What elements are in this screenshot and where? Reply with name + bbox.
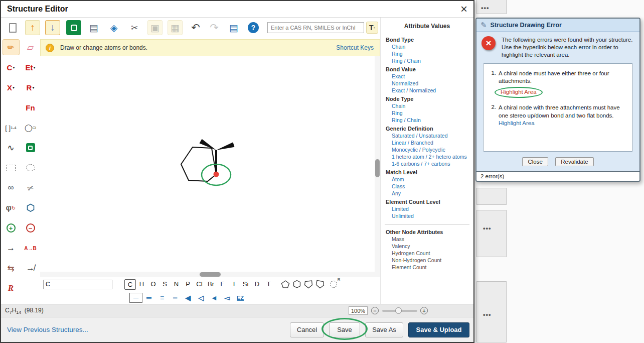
attr-other-item[interactable]: Non-Hydrogen Count xyxy=(381,257,473,264)
attr-link[interactable]: Ring / Chain xyxy=(381,57,473,64)
attr-link[interactable]: Unlimited xyxy=(381,212,473,219)
atom-map-tool[interactable]: A→B xyxy=(22,240,39,256)
element-button-cl[interactable]: Cl xyxy=(194,279,205,290)
ring-edit-tool[interactable] xyxy=(22,200,39,216)
symmetry-button[interactable]: ◈ xyxy=(106,20,121,35)
ez-stereo-button[interactable]: EZ xyxy=(237,295,244,301)
attr-other-item[interactable]: Valency xyxy=(381,243,473,250)
no-reaction-tool[interactable]: ↛ xyxy=(22,260,39,276)
attr-link[interactable]: Linear / Branched xyxy=(381,139,473,146)
template-tool[interactable] xyxy=(22,140,39,156)
overflow-menu-icon[interactable]: ••• xyxy=(483,224,492,232)
atom-rgroup-tool[interactable]: R▾ xyxy=(22,79,39,95)
view-previous-structures-link[interactable]: View Previous Structures... xyxy=(7,317,88,342)
bond-cut-tool[interactable]: ✂ xyxy=(20,177,41,198)
attr-link[interactable]: Exact / Normalized xyxy=(381,87,473,94)
print-button[interactable]: ▤ xyxy=(86,20,101,35)
attr-link[interactable]: Chain xyxy=(381,102,473,109)
new-structure-button[interactable] xyxy=(5,20,20,35)
attr-link[interactable]: Saturated / Unsaturated xyxy=(381,132,473,139)
element-button-n[interactable]: N xyxy=(171,279,182,290)
copy-button[interactable]: ▣ xyxy=(147,20,163,35)
element-button-p[interactable]: P xyxy=(182,279,194,290)
attr-link[interactable]: Monocyclic / Polycyclic xyxy=(381,146,473,153)
ring-atom-tool[interactable]: ◯Cl xyxy=(22,120,39,136)
bond-dashed-button[interactable]: ┈ xyxy=(169,293,182,303)
attr-link[interactable]: Ring / Chain xyxy=(381,117,473,124)
template-library-button[interactable] xyxy=(66,20,81,35)
chiral-node-dot[interactable] xyxy=(214,172,219,177)
element-button-i[interactable]: I xyxy=(228,279,240,290)
element-button-f[interactable]: F xyxy=(217,279,228,290)
text-to-structure-button[interactable]: T◦ xyxy=(366,22,378,34)
zoom-out-button[interactable]: − xyxy=(371,307,379,314)
close-button[interactable]: Close xyxy=(522,157,548,166)
attr-other-item[interactable]: Element Count xyxy=(381,264,473,271)
overflow-menu-icon[interactable]: ••• xyxy=(483,311,492,318)
bond-wedge-hash-button[interactable]: ◁ xyxy=(195,293,208,303)
element-button-t[interactable]: T xyxy=(263,279,274,290)
revalidate-button[interactable]: Revalidate xyxy=(555,157,593,166)
journal-button[interactable]: ▤ xyxy=(226,20,241,35)
repeat-bracket-tool[interactable]: [ ]1-4 xyxy=(3,120,20,136)
registry-structure-tool[interactable]: R xyxy=(3,280,20,296)
vertical-scroll-thumb[interactable] xyxy=(375,159,380,177)
bond-wedge-up-alt-button[interactable]: ◄ xyxy=(208,293,221,303)
attr-link[interactable]: Atom xyxy=(381,176,473,183)
overflow-menu-icon[interactable]: ••• xyxy=(481,4,490,12)
attr-link[interactable]: Ring xyxy=(381,50,473,57)
help-button[interactable]: ? xyxy=(246,20,261,35)
join-fragments-tool[interactable]: ∞ xyxy=(3,180,20,196)
draw-tool[interactable]: ✏ xyxy=(3,39,20,55)
swap-fragments-tool[interactable]: ⇆ xyxy=(3,260,20,276)
stereo-flip-tool[interactable]: φ↻ xyxy=(3,200,20,216)
save-button[interactable]: Save xyxy=(329,322,360,337)
drawing-canvas[interactable] xyxy=(40,56,380,277)
lasso-select-tool[interactable] xyxy=(22,160,39,176)
save-as-button[interactable]: Save As xyxy=(365,322,403,337)
ring-template-pentagon[interactable] xyxy=(279,279,291,289)
cancel-button[interactable]: Cancel xyxy=(290,322,324,337)
erase-tool[interactable]: ▱ xyxy=(22,39,39,55)
ring-template-hexagon[interactable] xyxy=(291,279,302,289)
functional-group-tool[interactable]: Fn xyxy=(22,99,39,116)
element-button-o[interactable]: O xyxy=(147,279,159,290)
paste-button[interactable]: ▦ xyxy=(168,20,183,35)
element-text-input[interactable] xyxy=(43,280,112,289)
horizontal-scroll-thumb[interactable] xyxy=(200,272,221,277)
bond-single-button[interactable]: ─ xyxy=(129,293,142,303)
attr-link[interactable]: Limited xyxy=(381,205,473,212)
canvas-horizontal-scrollbar[interactable] xyxy=(40,272,375,277)
element-button-d[interactable]: D xyxy=(251,279,263,290)
atom-x-variable-tool[interactable]: X▾ xyxy=(3,79,20,95)
bond-wedge-up-button[interactable]: ◀ xyxy=(182,293,195,303)
attr-other-item[interactable]: Mass xyxy=(381,236,473,243)
reaction-arrow-tool[interactable]: → xyxy=(3,240,20,256)
attr-link[interactable]: Normalized xyxy=(381,80,473,87)
element-button-c[interactable]: C xyxy=(124,279,136,290)
decrease-charge-tool[interactable]: − xyxy=(22,220,39,236)
attr-link[interactable]: Ring xyxy=(381,109,473,117)
element-button-si[interactable]: Si xyxy=(240,279,251,290)
import-button[interactable]: ↑ xyxy=(25,20,40,35)
attr-link[interactable]: Exact xyxy=(381,73,473,80)
ring-template-shield-a[interactable] xyxy=(302,279,314,289)
attr-link[interactable]: Chain xyxy=(381,43,473,50)
export-button[interactable]: ↓ xyxy=(45,20,60,35)
bond-double-button[interactable]: ═ xyxy=(142,293,155,303)
element-button-h[interactable]: H xyxy=(136,279,147,290)
highlight-area-link[interactable]: Highlight Area xyxy=(501,89,537,95)
attr-link[interactable]: Any xyxy=(381,190,473,197)
element-button-s[interactable]: S xyxy=(159,279,171,290)
attr-link[interactable]: 1-6 carbons / 7+ carbons xyxy=(381,160,473,167)
undo-button[interactable]: ↶ xyxy=(188,20,203,35)
highlight-area-link[interactable]: Highlight Area xyxy=(499,120,535,126)
marquee-select-tool[interactable] xyxy=(3,160,20,176)
structure-search-input[interactable] xyxy=(267,22,364,33)
bond-triple-button[interactable]: ≡ xyxy=(155,293,169,303)
bond-wedge-hash-alt-button[interactable]: ◅ xyxy=(221,293,234,303)
attr-link[interactable]: 1 hetero atom / 2+ hetero atoms xyxy=(381,153,473,160)
redo-button[interactable]: ↷ xyxy=(207,20,222,35)
element-button-br[interactable]: Br xyxy=(205,279,217,290)
attr-link[interactable]: Class xyxy=(381,183,473,190)
